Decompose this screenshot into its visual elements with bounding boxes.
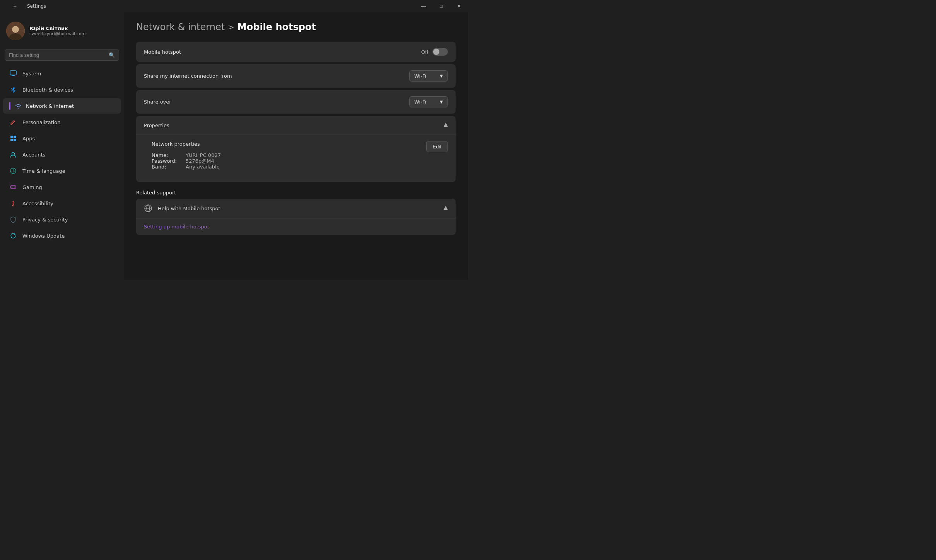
toggle-thumb — [433, 49, 439, 55]
nav-apps[interactable]: Apps — [3, 131, 121, 146]
help-chevron-icon: ▼ — [444, 205, 448, 211]
chevron-down-icon-2: ▼ — [440, 100, 443, 104]
update-icon — [9, 232, 17, 240]
network-properties-row: Network properties Name: YURI_PC 0027 Pa… — [152, 141, 448, 170]
nav-network[interactable]: Network & internet — [3, 98, 121, 114]
password-value: 5276p@M4 — [186, 158, 214, 164]
hotspot-toggle-row: Mobile hotspot Off — [136, 42, 456, 62]
share-over-row: Share over Wi-Fi ▼ — [136, 90, 456, 114]
setup-link[interactable]: Setting up mobile hotspot — [136, 218, 456, 235]
titlebar-left: ← Settings — [6, 0, 46, 12]
related-support-title: Related support — [136, 190, 456, 196]
user-info: Юрій Світлик sweetlikyuri@hotmail.com — [29, 26, 85, 36]
maximize-button[interactable]: □ — [432, 0, 450, 12]
properties-body: Network properties Name: YURI_PC 0027 Pa… — [136, 135, 456, 182]
help-label: Help with Mobile hotspot — [158, 206, 220, 211]
nav-update-label: Windows Update — [22, 233, 65, 239]
properties-header[interactable]: Properties ▼ — [136, 116, 456, 135]
breadcrumb: Network & internet > Mobile hotspot — [136, 22, 456, 32]
properties-chevron-icon: ▼ — [444, 122, 448, 128]
nav-update[interactable]: Windows Update — [3, 228, 121, 243]
gaming-icon — [9, 183, 17, 191]
apps-icon — [9, 134, 17, 142]
share-over-label: Share over — [144, 99, 171, 105]
breadcrumb-current: Mobile hotspot — [237, 22, 316, 32]
share-from-label: Share my internet connection from — [144, 73, 232, 79]
nav-system-label: System — [22, 71, 41, 77]
nav-time-label: Time & language — [22, 168, 65, 174]
svg-point-12 — [13, 201, 14, 202]
app-layout: Юрій Світлик sweetlikyuri@hotmail.com 🔍 … — [0, 12, 468, 280]
hotspot-toggle-state: Off — [421, 49, 429, 55]
hotspot-toggle[interactable] — [432, 48, 448, 56]
share-over-card: Share over Wi-Fi ▼ — [136, 90, 456, 114]
name-label: Name: — [152, 152, 183, 158]
nav-apps-label: Apps — [22, 136, 35, 141]
accounts-icon — [9, 151, 17, 158]
band-label: Band: — [152, 164, 183, 170]
nav-time[interactable]: Time & language — [3, 163, 121, 179]
share-from-dropdown[interactable]: Wi-Fi ▼ — [409, 70, 448, 82]
titlebar-title: Settings — [27, 3, 46, 9]
svg-point-11 — [14, 186, 14, 187]
svg-rect-7 — [14, 139, 16, 141]
active-indicator — [9, 102, 10, 110]
sidebar: Юрій Світлик sweetlikyuri@hotmail.com 🔍 … — [0, 12, 124, 280]
password-row: Password: 5276p@M4 — [152, 158, 221, 164]
user-profile: Юрій Світлик sweetlikyuri@hotmail.com — [0, 15, 124, 49]
svg-rect-6 — [10, 139, 13, 141]
search-input[interactable] — [9, 52, 106, 58]
properties-card: Properties ▼ Network properties Name: YU… — [136, 116, 456, 182]
avatar — [6, 22, 25, 40]
svg-rect-10 — [10, 186, 16, 189]
search-icon: 🔍 — [109, 52, 115, 58]
titlebar: ← Settings — □ ✕ — [0, 0, 468, 12]
user-name: Юрій Світлик — [29, 26, 85, 31]
share-over-dropdown[interactable]: Wi-Fi ▼ — [409, 96, 448, 107]
minimize-button[interactable]: — — [415, 0, 432, 12]
breadcrumb-parent: Network & internet — [136, 22, 225, 32]
nav-personalization-label: Personalization — [22, 119, 61, 125]
hotspot-toggle-control: Off — [421, 48, 448, 56]
system-icon — [9, 70, 17, 77]
close-button[interactable]: ✕ — [450, 0, 468, 12]
share-over-value: Wi-Fi — [414, 99, 426, 105]
name-value: YURI_PC 0027 — [186, 152, 221, 158]
svg-rect-5 — [14, 136, 16, 138]
network-props-left: Network properties Name: YURI_PC 0027 Pa… — [152, 141, 221, 170]
chevron-down-icon: ▼ — [440, 74, 443, 78]
nav-system[interactable]: System — [3, 66, 121, 81]
accessibility-icon — [9, 199, 17, 207]
search-box[interactable]: 🔍 — [5, 49, 119, 61]
edit-button[interactable]: Edit — [426, 141, 448, 152]
help-row-left: Help with Mobile hotspot — [144, 204, 220, 213]
network-icon — [14, 102, 22, 110]
name-row: Name: YURI_PC 0027 — [152, 152, 221, 158]
hotspot-toggle-card: Mobile hotspot Off — [136, 42, 456, 62]
network-properties-label: Network properties — [152, 141, 221, 147]
titlebar-controls: — □ ✕ — [415, 0, 468, 12]
back-button[interactable]: ← — [6, 0, 24, 12]
nav-privacy[interactable]: Privacy & security — [3, 212, 121, 227]
content-area: Network & internet > Mobile hotspot Mobi… — [124, 12, 468, 280]
nav-bluetooth-label: Bluetooth & devices — [22, 87, 73, 93]
help-row[interactable]: Help with Mobile hotspot ▼ — [136, 199, 456, 218]
globe-icon — [144, 204, 152, 213]
personalization-icon — [9, 118, 17, 126]
share-from-value: Wi-Fi — [414, 73, 426, 79]
nav-network-label: Network & internet — [26, 103, 74, 109]
password-label: Password: — [152, 158, 183, 164]
nav-bluetooth[interactable]: Bluetooth & devices — [3, 82, 121, 97]
svg-point-8 — [12, 153, 15, 155]
svg-rect-3 — [10, 71, 16, 75]
nav-accounts[interactable]: Accounts — [3, 147, 121, 162]
hotspot-toggle-label: Mobile hotspot — [144, 49, 181, 55]
user-email: sweetlikyuri@hotmail.com — [29, 31, 85, 36]
properties-label: Properties — [144, 123, 169, 128]
privacy-icon — [9, 216, 17, 223]
nav-gaming[interactable]: Gaming — [3, 179, 121, 195]
nav-accessibility[interactable]: Accessibility — [3, 196, 121, 211]
share-from-row: Share my internet connection from Wi-Fi … — [136, 64, 456, 88]
nav-personalization[interactable]: Personalization — [3, 114, 121, 130]
support-card: Help with Mobile hotspot ▼ Setting up mo… — [136, 199, 456, 235]
